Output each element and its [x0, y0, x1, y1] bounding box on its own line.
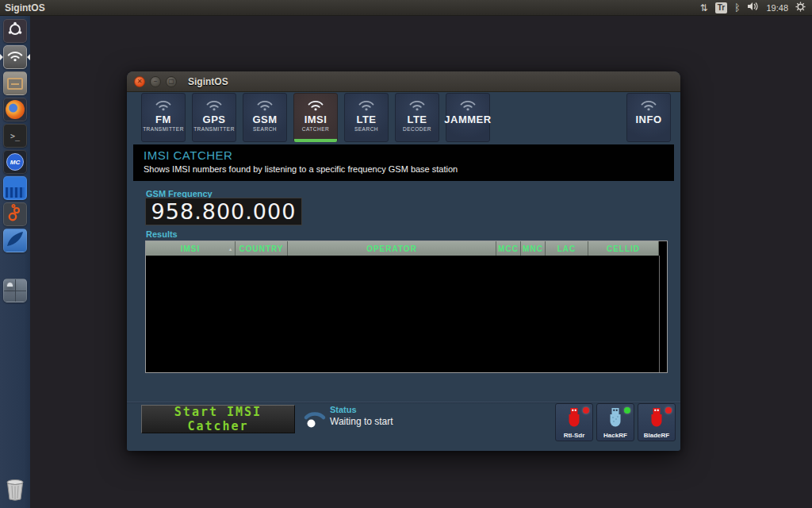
spectrum-waterfall-icon	[6, 187, 25, 198]
column-header-cellid[interactable]: CELLID	[588, 241, 659, 256]
wireshark-fin-icon	[6, 230, 25, 251]
wifi-icon	[408, 98, 427, 111]
status-label: Status	[330, 405, 393, 414]
launcher-item-firefox[interactable]	[3, 98, 27, 121]
tab-label: FM	[155, 114, 171, 125]
device-led-hackrf	[624, 407, 630, 414]
launcher-item-gnuradio[interactable]	[3, 202, 27, 226]
window-titlebar[interactable]: ✕ − ▢ SigintOS	[127, 71, 680, 92]
column-header-lac[interactable]: LAC	[546, 241, 588, 256]
launcher-item-workspace-switcher[interactable]	[3, 279, 27, 302]
wifi-icon	[6, 49, 24, 65]
launcher-item-terminal[interactable]: >_	[3, 124, 27, 148]
gnuradio-icon	[6, 203, 24, 225]
device-button-rtlsdr[interactable]: Rtl-Sdr	[555, 403, 593, 441]
device-label: HackRF	[603, 432, 627, 439]
usb-icon	[607, 407, 624, 432]
device-led-rtlsdr	[583, 407, 589, 414]
launcher-item-dash-home[interactable]	[3, 19, 27, 43]
tab-fm-transmitter[interactable]: FM TRANSMITTER	[141, 93, 186, 142]
trash-icon	[5, 479, 25, 503]
tab-label: JAMMER	[444, 114, 491, 125]
window-maximize-button[interactable]: ▢	[166, 76, 177, 87]
tab-jammer[interactable]: JAMMER	[446, 93, 490, 142]
wifi-icon	[154, 98, 173, 111]
session-gear-icon[interactable]	[795, 2, 806, 14]
start-imsi-catcher-button[interactable]: Start IMSI Catcher	[141, 405, 295, 433]
midnight-commander-icon: MC	[6, 153, 24, 171]
launcher-item-trash[interactable]	[3, 479, 27, 503]
tab-sublabel: DECODER	[403, 126, 431, 132]
status-signal-icon	[303, 406, 327, 431]
header-corner	[659, 241, 667, 256]
column-header-mcc[interactable]: MCC	[496, 241, 521, 256]
volume-icon[interactable]	[747, 2, 759, 13]
window-close-button[interactable]: ✕	[134, 76, 145, 87]
keyboard-layout-indicator[interactable]: Tr	[715, 2, 727, 13]
results-label: Results	[146, 229, 178, 239]
firefox-icon	[6, 100, 25, 119]
clock[interactable]: 19:48	[766, 3, 788, 13]
wifi-icon	[458, 98, 477, 111]
tab-label: IMSI	[304, 114, 327, 125]
launcher-item-spectrum-analyzer[interactable]	[3, 176, 27, 200]
tab-gps-transmitter[interactable]: GPS TRANSMITTER	[192, 93, 236, 142]
window-title: SigintOS	[188, 76, 228, 87]
device-button-hackrf[interactable]: HackRF	[596, 403, 634, 441]
system-tray: ⇅ Tr ᛒ 19:48	[700, 2, 806, 14]
tab-label: INFO	[635, 114, 661, 125]
wifi-icon	[639, 98, 658, 111]
tab-label: GPS	[203, 114, 226, 125]
tab-sublabel: CATCHER	[302, 126, 329, 132]
tab-info[interactable]: INFO	[626, 93, 671, 142]
column-header-operator[interactable]: OPERATOR	[288, 241, 496, 256]
tab-sublabel: TRANSMITTER	[143, 126, 184, 132]
menubar-app-title: SigintOS	[5, 2, 45, 13]
tab-gsm-search[interactable]: GSM SEARCH	[243, 93, 287, 142]
tab-sublabel: SEARCH	[354, 126, 378, 132]
launcher-active-arrow-right	[27, 54, 30, 60]
column-header-mnc[interactable]: MNC	[521, 241, 546, 256]
usb-icon	[648, 407, 665, 432]
launcher-item-file-manager[interactable]	[3, 71, 27, 95]
launcher-item-wireshark[interactable]	[3, 229, 27, 252]
device-led-bladerf	[665, 407, 672, 414]
window-minimize-button[interactable]: −	[150, 76, 161, 87]
tab-imsi-catcher[interactable]: IMSI CATCHER	[293, 93, 338, 142]
terminal-icon: >_	[10, 132, 20, 140]
network-traffic-icon[interactable]: ⇅	[700, 2, 708, 13]
wifi-icon	[357, 98, 376, 111]
section-subtitle: Shows IMSI numbers found by listening to…	[144, 164, 664, 174]
column-header-imsi[interactable]: IMSI ▴	[146, 241, 236, 256]
tab-lte-search[interactable]: LTE SEARCH	[344, 93, 389, 142]
launcher-item-midnight-commander[interactable]: MC	[3, 150, 27, 174]
results-table-header: IMSI ▴ COUNTRY OPERATOR MCC MNC LAC CELL…	[146, 241, 667, 256]
sort-indicator-icon[interactable]: ▴	[229, 246, 232, 252]
results-table-body	[146, 256, 667, 372]
results-table: IMSI ▴ COUNTRY OPERATOR MCC MNC LAC CELL…	[145, 241, 668, 373]
tab-label: GSM	[252, 114, 277, 125]
column-header-country[interactable]: COUNTRY	[236, 241, 288, 256]
tab-label: LTE	[356, 114, 376, 125]
workspace-switcher-icon	[6, 282, 13, 287]
tab-lte-decoder[interactable]: LTE DECODER	[395, 93, 439, 142]
section-banner: IMSI CATCHER Shows IMSI numbers found by…	[133, 144, 674, 181]
section-title: IMSI CATCHER	[144, 148, 664, 162]
file-manager-icon	[7, 78, 23, 90]
unity-launcher: >_ MC	[0, 16, 30, 508]
device-label: BladeRF	[644, 432, 669, 439]
wifi-icon	[255, 98, 274, 111]
status-block: Status Waiting to start	[330, 405, 393, 427]
device-button-bladerf[interactable]: BladeRF	[638, 403, 676, 441]
wifi-icon	[205, 98, 224, 111]
bluetooth-icon[interactable]: ᛒ	[734, 2, 740, 13]
dash-home-icon	[7, 21, 23, 40]
sigintos-window: ✕ − ▢ SigintOS FM TRANSMITTER GPS TRANSM…	[127, 71, 680, 451]
tab-sublabel: SEARCH	[253, 126, 277, 132]
status-value: Waiting to start	[330, 416, 393, 427]
tab-sublabel: TRANSMITTER	[193, 126, 235, 132]
launcher-item-sigintos[interactable]	[3, 45, 27, 69]
results-scrollbar[interactable]	[659, 256, 660, 372]
tab-label: LTE	[407, 114, 427, 125]
gsm-frequency-input[interactable]: 958.800.000	[145, 198, 302, 225]
